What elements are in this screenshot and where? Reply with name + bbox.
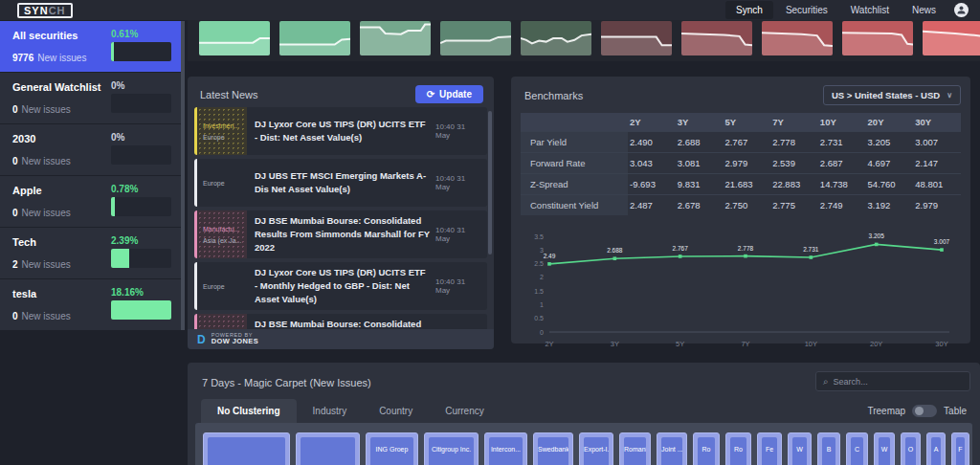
mini-bar (111, 197, 171, 216)
region-selector-dropdown[interactable]: US > United States - USD ∨ (823, 85, 961, 105)
treemap-block[interactable]: Intercon... (484, 432, 527, 465)
treemap-block[interactable] (203, 432, 290, 465)
new-issues-count: 0New issues (12, 156, 71, 166)
latest-news-panel: Latest News ⟳ Update Investmen...EuropeD… (188, 77, 494, 349)
search-icon: ⌕ (823, 376, 829, 388)
treemap-block[interactable]: Joint ... (657, 432, 687, 465)
nav-item-securities[interactable]: Securities (775, 1, 838, 19)
performance-cell: 0.78% (111, 184, 171, 216)
sparkline-card-6[interactable] (601, 21, 672, 55)
nav-item-synch[interactable]: Synch (725, 1, 773, 19)
treemap-block[interactable]: B (817, 432, 840, 465)
performance-cell: 0% (111, 80, 171, 113)
sidebar-item-general-watchlist[interactable]: General Watchlist0New issues0% (0, 73, 181, 123)
treemap-block[interactable]: Romani... (619, 432, 651, 465)
person-icon (956, 5, 967, 15)
tab-country[interactable]: Country (363, 399, 429, 423)
benchmarks-table: 2Y3Y5Y7Y10Y20Y30YPar Yield2.4902.6882.76… (521, 113, 961, 215)
sparkline-card-1[interactable] (199, 21, 270, 55)
search-input[interactable] (834, 377, 963, 387)
sparkline-card-4[interactable] (440, 21, 511, 55)
sidebar-item-2030[interactable]: 20300New issues0% (0, 124, 181, 175)
svg-text:1: 1 (540, 301, 544, 308)
region-selector-value: US > United States - USD (832, 90, 940, 100)
mini-bar (111, 300, 171, 320)
news-scrollbar[interactable] (488, 111, 492, 255)
table-value: 2.687 (818, 152, 866, 173)
mini-bar-fill (111, 300, 171, 320)
svg-text:20Y: 20Y (870, 340, 882, 348)
table-value: 2.147 (913, 152, 961, 173)
count-label: New issues (22, 311, 71, 321)
sidebar-scrollbar[interactable] (181, 21, 185, 330)
news-item[interactable]: Manufactu...Asia (ex Ja...DJ BSE Mumbai … (194, 210, 487, 258)
treemap-block[interactable]: O (901, 432, 921, 465)
tab-industry[interactable]: Industry (297, 399, 364, 423)
count-value: 0 (12, 208, 18, 218)
toggle-label-table: Table (944, 406, 967, 416)
treemap-block[interactable]: Ro (693, 432, 720, 465)
tab-no-clustering[interactable]: No Clustering (201, 399, 297, 423)
treemap-block[interactable]: Ro (725, 432, 751, 465)
news-tag-region: Europe (203, 178, 245, 189)
treemap-block[interactable]: ING Groep (366, 432, 418, 465)
treemap-block[interactable]: Fe (757, 432, 782, 465)
table-value: 3.081 (676, 152, 724, 173)
column-header-5y: 5Y (723, 113, 770, 131)
svg-text:30Y: 30Y (935, 340, 947, 348)
sparkline-card-8[interactable] (762, 21, 833, 55)
nav-item-news[interactable]: News (902, 1, 947, 19)
count-label: New issues (37, 53, 86, 63)
news-item[interactable]: EuropeDJ UBS ETF MSCI Emerging Markets A… (194, 159, 487, 207)
dow-jones-footer: D POWERED BY DOW JONES (188, 329, 494, 349)
sidebar-item-apple[interactable]: Apple0New issues0.78% (0, 176, 181, 227)
treemap-block[interactable]: Citigroup Inc. (424, 432, 479, 465)
treemap-block[interactable]: C (846, 432, 868, 465)
treemap-block-label (208, 437, 285, 465)
sparkline-card-7[interactable] (681, 21, 752, 55)
svg-text:3.5: 3.5 (534, 233, 544, 240)
treemap-block-label: C (851, 437, 863, 465)
treemap-block[interactable]: A (926, 432, 946, 465)
sidebar-item-all-securities[interactable]: All securities9776New issues0.61% (0, 21, 181, 72)
treemap-table-toggle[interactable] (912, 405, 937, 417)
count-label: New issues (22, 156, 71, 166)
sparkline-card-9[interactable] (842, 21, 913, 55)
treemap-block[interactable] (296, 432, 360, 465)
news-item[interactable]: Investmen...EuropeDJ Lyxor Core US TIPS … (194, 107, 487, 155)
treemap-block[interactable]: Swedbank... (533, 432, 573, 465)
treemap-block[interactable]: W (874, 432, 895, 465)
column-header-3y: 3Y (676, 113, 724, 131)
treemap-block[interactable]: F (951, 432, 969, 465)
yield-curve-chart: 3.532.521.510.502Y3Y5Y7Y10Y20Y30Y2.492.6… (521, 227, 961, 351)
treemap-block-label: O (905, 437, 916, 465)
sparkline-card-5[interactable] (521, 21, 591, 55)
news-tags: Investmen...Europe (197, 107, 247, 155)
column-header-30y: 30Y (913, 113, 961, 131)
mini-bar-fill (111, 249, 129, 268)
treemap-block[interactable]: W (788, 432, 812, 465)
panels-row: Latest News ⟳ Update Investmen...EuropeD… (188, 77, 970, 349)
news-item[interactable]: EuropeDJ Lyxor Core US TIPS (DR) UCITS E… (194, 262, 487, 310)
user-avatar-icon[interactable] (954, 3, 969, 17)
update-button[interactable]: ⟳ Update (415, 85, 483, 103)
nav-item-watchlist[interactable]: Watchlist (840, 1, 900, 19)
table-value: 3.043 (628, 152, 676, 173)
news-timestamp: 10:40 31 May (435, 277, 487, 295)
sparkline-card-10[interactable] (923, 21, 980, 55)
percent-change: 0% (111, 132, 171, 143)
sidebar-item-tesla[interactable]: tesla0New issues18.16% (0, 279, 181, 330)
top-nav: SynchSecuritiesWatchlistNews (725, 1, 954, 19)
treemap-block[interactable]: Export-I... (579, 432, 613, 465)
mini-bar-fill (111, 42, 114, 61)
sidebar-item-tech[interactable]: Tech2New issues2.39% (0, 228, 181, 278)
news-headline: DJ Lyxor Core US TIPS (DR) UCITS ETF - D… (247, 118, 435, 144)
table-corner-cell (521, 113, 628, 131)
performance-cell: 0.61% (111, 29, 171, 61)
sparkline-card-2[interactable] (279, 21, 350, 55)
tab-currency[interactable]: Currency (429, 399, 501, 423)
svg-text:1.5: 1.5 (534, 288, 544, 295)
powered-by-text: POWERED BY DOW JONES (212, 332, 258, 345)
sparkline-card-3[interactable] (360, 21, 431, 55)
news-headline: DJ Lyxor Core US TIPS (DR) UCITS ETF - M… (247, 266, 435, 305)
